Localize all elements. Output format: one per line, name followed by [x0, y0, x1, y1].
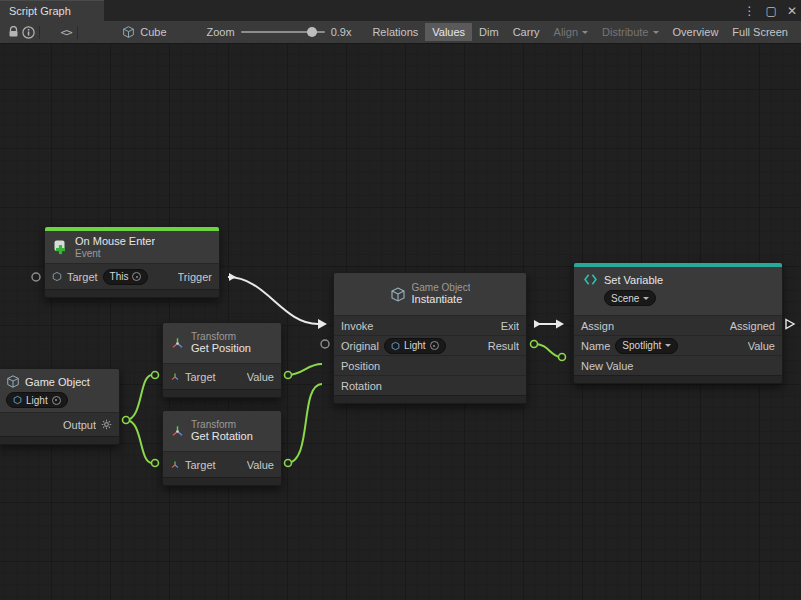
- node-get-position[interactable]: Transform Get Position Target Value: [162, 322, 282, 398]
- graph-toolbar: <> Cube Zoom 0.9x Relations Values Dim C…: [0, 21, 801, 44]
- variable-icon: [583, 272, 598, 287]
- node-footer: [163, 389, 281, 397]
- lock-icon[interactable]: [6, 23, 21, 42]
- port-label-rotation: Rotation: [341, 380, 382, 392]
- port-label-target: Target: [67, 271, 98, 283]
- object-picker-icon[interactable]: [430, 341, 439, 350]
- chevron-down-icon: [653, 31, 659, 37]
- graph-name-label: Cube: [140, 26, 166, 38]
- object-picker-icon[interactable]: [132, 272, 141, 281]
- port-label-value: Value: [247, 371, 274, 383]
- node-category: Transform: [191, 419, 253, 431]
- divider: [39, 26, 40, 39]
- port-label-original: Original: [341, 340, 379, 352]
- node-title: On Mouse Enter: [75, 235, 155, 248]
- node-category: Transform: [191, 331, 251, 343]
- node-set-variable[interactable]: Set Variable Scene Assign Assigned Name …: [573, 262, 783, 384]
- node-title: Instantiate: [412, 293, 471, 306]
- chevron-down-icon: [643, 297, 649, 303]
- carry-button[interactable]: Carry: [506, 23, 547, 41]
- more-menu-icon[interactable]: ⋮: [744, 4, 756, 18]
- dim-button[interactable]: Dim: [472, 23, 506, 41]
- node-title: Get Rotation: [191, 430, 253, 443]
- node-footer: [334, 395, 526, 403]
- divider: [77, 26, 78, 39]
- zoom-slider[interactable]: [241, 31, 325, 33]
- node-subtitle: Event: [75, 248, 155, 260]
- node-title: Game Object: [25, 376, 90, 388]
- zoom-slider-handle[interactable]: [307, 27, 317, 37]
- node-title: Set Variable: [604, 274, 663, 286]
- port-label-assign: Assign: [581, 320, 614, 332]
- original-object-field[interactable]: Light: [384, 338, 446, 354]
- info-icon[interactable]: [21, 23, 36, 42]
- gear-icon: [101, 419, 112, 430]
- code-view-icon[interactable]: <>: [59, 23, 74, 42]
- port-label-trigger: Trigger: [178, 271, 212, 283]
- node-footer: [45, 289, 219, 297]
- maximize-icon[interactable]: ▢: [766, 4, 777, 18]
- node-instantiate[interactable]: Game Object Instantiate Invoke Exit Orig…: [333, 272, 527, 404]
- gameobject-mini-icon: [13, 395, 22, 405]
- node-title: Get Position: [191, 342, 251, 355]
- zoom-label: Zoom: [207, 26, 235, 38]
- close-icon[interactable]: ✕: [787, 4, 797, 18]
- overview-button[interactable]: Overview: [666, 23, 726, 41]
- chevron-down-icon: [665, 344, 671, 350]
- node-footer: [0, 436, 119, 444]
- gameobject-icon: [390, 286, 406, 303]
- port-label-invoke: Invoke: [341, 320, 373, 332]
- object-picker-icon[interactable]: [52, 396, 61, 405]
- port-label-target: Target: [185, 459, 216, 471]
- this-object-field[interactable]: This: [103, 269, 149, 285]
- port-label-result: Result: [488, 340, 519, 352]
- fullscreen-button[interactable]: Full Screen: [725, 23, 795, 41]
- node-get-rotation[interactable]: Transform Get Rotation Target Value: [162, 410, 282, 486]
- port-label-new-value: New Value: [581, 360, 633, 372]
- port-label-assigned: Assigned: [730, 320, 775, 332]
- chevron-down-icon: [582, 31, 588, 37]
- gameobject-mini-icon: [391, 341, 400, 351]
- node-footer: [574, 375, 782, 383]
- relations-button[interactable]: Relations: [365, 23, 425, 41]
- port-label-position: Position: [341, 360, 380, 372]
- zoom-value: 0.9x: [331, 26, 352, 38]
- tab-label: Script Graph: [9, 5, 71, 17]
- port-label-value: Value: [748, 340, 775, 352]
- port-label-name: Name: [581, 340, 610, 352]
- port-label-output: Output: [63, 419, 96, 431]
- gameobject-icon: [6, 374, 20, 389]
- port-label-exit: Exit: [501, 320, 519, 332]
- node-on-mouse-enter[interactable]: On Mouse Enter Event Target This Trigger: [44, 226, 220, 298]
- align-dropdown[interactable]: Align: [547, 23, 595, 41]
- scope-dropdown[interactable]: Scene: [604, 290, 656, 306]
- node-light-object[interactable]: Game Object Light Output: [0, 368, 120, 445]
- node-footer: [163, 477, 281, 485]
- tab-script-graph[interactable]: Script Graph: [0, 0, 104, 21]
- cube-icon: [122, 25, 135, 39]
- graph-canvas[interactable]: On Mouse Enter Event Target This Trigger: [0, 44, 801, 600]
- gameobject-mini-icon: [52, 271, 62, 282]
- distribute-dropdown[interactable]: Distribute: [595, 23, 665, 41]
- tab-strip: Script Graph ⋮ ▢ ✕: [0, 0, 801, 21]
- port-label-target: Target: [185, 371, 216, 383]
- transform-icon: [170, 424, 185, 439]
- values-button[interactable]: Values: [425, 23, 472, 41]
- light-object-field[interactable]: Light: [6, 392, 68, 408]
- graph-title: Cube: [122, 25, 166, 39]
- transform-icon: [170, 336, 185, 351]
- event-icon: [52, 239, 69, 256]
- node-category: Game Object: [412, 282, 471, 294]
- port-label-value: Value: [247, 459, 274, 471]
- transform-mini-icon: [170, 460, 180, 470]
- transform-mini-icon: [170, 372, 180, 382]
- variable-name-dropdown[interactable]: Spotlight: [615, 338, 678, 354]
